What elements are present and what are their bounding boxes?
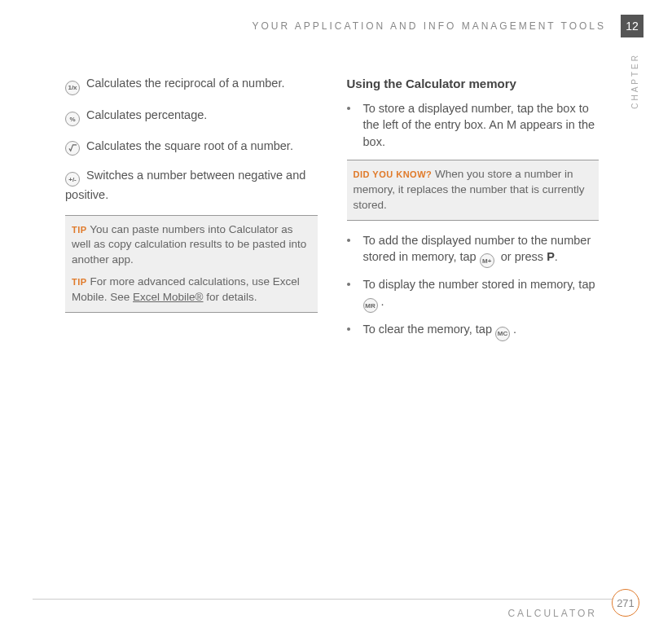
fn-text: Calculates percentage. bbox=[86, 108, 207, 121]
sqrt-icon bbox=[65, 141, 80, 156]
did-you-know-box: DID YOU KNOW? When you store a number in… bbox=[347, 160, 600, 221]
bullet-icon: • bbox=[347, 276, 363, 313]
list-item: • To clear the memory, tap MC. bbox=[347, 321, 600, 341]
right-column: Using the Calculator memory • To store a… bbox=[347, 75, 600, 349]
b4-pre: To clear the memory, tap bbox=[363, 323, 496, 336]
list-item: • To store a displayed number, tap the b… bbox=[347, 100, 600, 150]
section-heading: Using the Calculator memory bbox=[347, 75, 600, 92]
tip-label: TIP bbox=[72, 225, 87, 235]
bullet1-text: To store a displayed number, tap the box… bbox=[363, 100, 600, 150]
mr-icon: MR bbox=[363, 298, 378, 313]
footer-section: CALCULATOR bbox=[507, 608, 597, 619]
excel-mobile-link[interactable]: Excel Mobile® bbox=[133, 291, 203, 303]
fn-sqrt: Calculates the square root of a number. bbox=[65, 138, 318, 156]
reciprocal-icon: 1/x bbox=[65, 81, 80, 95]
b2-post: . bbox=[555, 250, 558, 263]
b2-mid: or press bbox=[498, 250, 547, 263]
tip-label: TIP bbox=[72, 277, 87, 287]
list-item: • To add the displayed number to the num… bbox=[347, 232, 600, 269]
percent-icon: % bbox=[65, 112, 80, 126]
header-title: YOUR APPLICATION AND INFO MANAGEMENT TOO… bbox=[252, 20, 606, 32]
fn-text: Calculates the reciprocal of a number. bbox=[86, 77, 284, 90]
left-column: 1/x Calculates the reciprocal of a numbe… bbox=[65, 75, 318, 349]
tip2-post: for details. bbox=[204, 291, 257, 303]
b3-post: . bbox=[381, 295, 384, 308]
bullet-icon: • bbox=[347, 232, 363, 269]
content-area: 1/x Calculates the reciprocal of a numbe… bbox=[65, 75, 599, 349]
tip1-text: You can paste numbers into Calculator as… bbox=[72, 223, 306, 266]
b3-pre: To display the number stored in memory, … bbox=[363, 278, 595, 291]
list-item: • To display the number stored in memory… bbox=[347, 276, 600, 313]
chapter-number-badge: 12 bbox=[621, 15, 643, 37]
fn-text: Switches a number between negative and p… bbox=[65, 169, 305, 202]
m-plus-icon: M+ bbox=[480, 253, 494, 268]
fn-text: Calculates the square root of a number. bbox=[86, 139, 293, 152]
plusminus-icon: +/- bbox=[65, 172, 80, 187]
page-header: YOUR APPLICATION AND INFO MANAGEMENT TOO… bbox=[252, 15, 643, 37]
page-number-badge: 271 bbox=[612, 589, 639, 617]
tip-box: TIP You can paste numbers into Calculato… bbox=[65, 215, 318, 313]
mc-icon: MC bbox=[495, 327, 510, 341]
bullet-icon: • bbox=[347, 321, 363, 341]
fn-percent: % Calculates percentage. bbox=[65, 107, 318, 127]
did-you-know-label: DID YOU KNOW? bbox=[354, 169, 433, 179]
page-footer: CALCULATOR 271 bbox=[33, 599, 639, 619]
b4-post: . bbox=[513, 323, 516, 336]
chapter-side-label: CHAPTER bbox=[630, 53, 639, 109]
bullet-icon: • bbox=[347, 100, 363, 150]
fn-reciprocal: 1/x Calculates the reciprocal of a numbe… bbox=[65, 75, 318, 95]
key-p: P bbox=[547, 250, 555, 263]
fn-sign: +/- Switches a number between negative a… bbox=[65, 167, 318, 204]
